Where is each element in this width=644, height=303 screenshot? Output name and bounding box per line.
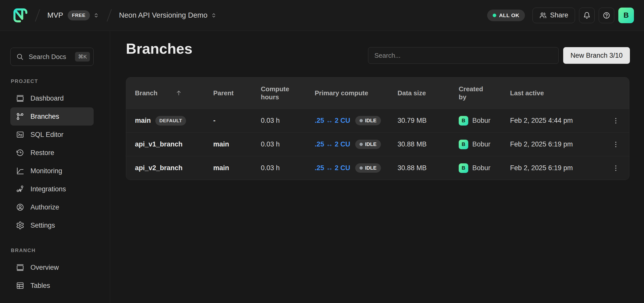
sidebar-item-label: Tables xyxy=(30,282,50,290)
page-title: Branches xyxy=(126,40,192,57)
chevron-up-down-icon xyxy=(210,12,217,19)
main-content: Branches New Branch 3/10 Branch Parent C… xyxy=(110,31,644,303)
compute-hours: 0.03 h xyxy=(261,164,315,172)
top-bar: MVP FREE Neon API Versioning Demo ALL OK xyxy=(0,0,644,31)
creator-avatar: B xyxy=(459,116,468,126)
neon-logo-icon[interactable] xyxy=(13,8,28,23)
table-header-row: Branch Parent Compute hours Primary comp… xyxy=(126,77,629,109)
primary-compute-value[interactable]: .25 ↔ 2 CU xyxy=(315,164,350,172)
creator-avatar: B xyxy=(459,140,468,149)
compute-state-badge: IDLE xyxy=(355,116,381,125)
project-name: MVP xyxy=(47,11,63,19)
creator-name: Bobur xyxy=(472,164,490,172)
data-size: 30.88 MB xyxy=(398,164,459,172)
compute-state-badge: IDLE xyxy=(355,140,381,149)
status-badge[interactable]: ALL OK xyxy=(487,10,525,21)
default-badge: DEFAULT xyxy=(155,116,186,126)
sidebar-item-label: Restore xyxy=(30,149,54,157)
creator-name: Bobur xyxy=(472,117,490,125)
new-branch-button[interactable]: New Branch 3/10 xyxy=(563,47,630,64)
sidebar-item-label: Dashboard xyxy=(30,95,64,102)
idle-dot-icon xyxy=(360,119,363,122)
project-selector[interactable]: MVP FREE xyxy=(47,10,99,20)
branch-cell: main DEFAULT xyxy=(135,116,213,126)
column-header-parent[interactable]: Parent xyxy=(213,89,261,97)
sidebar-item-sql-editor[interactable]: SQL Editor xyxy=(10,126,94,144)
help-icon xyxy=(603,12,610,19)
dashboard-icon xyxy=(16,94,24,103)
parent-branch: main xyxy=(213,164,229,172)
sidebar-item-authorize[interactable]: Authorize xyxy=(10,198,94,216)
breadcrumb-slash xyxy=(35,9,40,22)
avatar-initial: B xyxy=(624,11,629,19)
branch-name: api_v1_branch xyxy=(135,140,183,148)
git-branch-icon xyxy=(16,112,24,121)
sidebar-item-tables[interactable]: Tables xyxy=(10,277,94,295)
primary-compute-value[interactable]: .25 ↔ 2 CU xyxy=(315,140,350,148)
row-menu-button[interactable] xyxy=(610,139,622,150)
branch-search-input[interactable] xyxy=(368,47,559,64)
sidebar-item-monitoring[interactable]: Monitoring xyxy=(10,162,94,180)
branch-name: main xyxy=(135,117,151,125)
column-header-data-size[interactable]: Data size xyxy=(398,89,459,97)
sidebar-section-project: PROJECT xyxy=(11,78,110,84)
sidebar-item-label: Monitoring xyxy=(30,167,62,175)
parent-branch: main xyxy=(213,140,229,148)
workflow-icon xyxy=(16,185,24,193)
share-button-label: Share xyxy=(550,11,568,19)
sidebar-item-label: SQL Editor xyxy=(30,131,63,139)
compute-hours: 0.03 h xyxy=(261,140,315,148)
row-menu-button[interactable] xyxy=(610,162,622,174)
sidebar-item-settings[interactable]: Settings xyxy=(10,216,94,234)
sidebar-item-dashboard[interactable]: Dashboard xyxy=(10,89,94,107)
app-window: MVP FREE Neon API Versioning Demo ALL OK xyxy=(0,0,644,303)
plan-badge: FREE xyxy=(68,10,90,20)
sidebar-item-integrations[interactable]: Integrations xyxy=(10,180,94,198)
sidebar-item-label: Settings xyxy=(30,222,55,229)
compute-hours: 0.03 h xyxy=(261,117,315,125)
column-header-compute-hours[interactable]: Compute hours xyxy=(261,85,315,101)
status-badge-label: ALL OK xyxy=(499,12,519,18)
sidebar-item-label: Branches xyxy=(30,113,59,120)
share-button[interactable]: Share xyxy=(532,8,575,23)
sidebar: Search Docs ⌘K PROJECT Dashboard Branche… xyxy=(0,31,110,303)
parent-branch: - xyxy=(213,117,216,125)
terminal-icon xyxy=(16,130,24,139)
sidebar-item-label: Overview xyxy=(30,264,59,271)
branch-name: api_v2_branch xyxy=(135,164,183,172)
table-icon xyxy=(16,281,24,290)
column-header-branch[interactable]: Branch xyxy=(135,89,213,97)
docs-search-placeholder: Search Docs xyxy=(29,53,75,61)
status-dot-icon xyxy=(493,14,496,17)
idle-dot-icon xyxy=(360,166,363,170)
creator-name: Bobur xyxy=(472,140,490,148)
table-row[interactable]: api_v1_branch main 0.03 h .25 ↔ 2 CU IDL… xyxy=(126,132,629,156)
column-header-last-active[interactable]: Last active xyxy=(510,89,604,97)
sidebar-item-overview[interactable]: Overview xyxy=(10,258,94,277)
overview-icon xyxy=(16,263,24,272)
branches-table: Branch Parent Compute hours Primary comp… xyxy=(126,77,629,180)
chevron-up-down-icon xyxy=(93,12,99,19)
sidebar-item-restore[interactable]: Restore xyxy=(10,144,94,162)
user-circle-icon xyxy=(16,203,24,211)
breadcrumb-slash xyxy=(107,9,112,22)
creator-avatar: B xyxy=(459,163,468,173)
branch-selector[interactable]: Neon API Versioning Demo xyxy=(119,11,217,19)
table-row[interactable]: main DEFAULT - 0.03 h .25 ↔ 2 CU IDLE 30… xyxy=(126,109,629,132)
table-row[interactable]: api_v2_branch main 0.03 h .25 ↔ 2 CU IDL… xyxy=(126,156,629,180)
keyboard-shortcut-badge: ⌘K xyxy=(75,52,90,62)
docs-search-box[interactable]: Search Docs ⌘K xyxy=(10,48,94,66)
primary-compute-value[interactable]: .25 ↔ 2 CU xyxy=(315,117,350,125)
data-size: 30.79 MB xyxy=(398,117,459,125)
search-icon xyxy=(16,53,24,60)
column-header-primary-compute[interactable]: Primary compute xyxy=(315,89,398,97)
history-icon xyxy=(16,148,24,157)
sidebar-item-branches[interactable]: Branches xyxy=(10,107,94,126)
bell-icon xyxy=(583,12,591,19)
user-avatar[interactable]: B xyxy=(618,8,634,23)
notifications-button[interactable] xyxy=(579,8,595,23)
help-button[interactable] xyxy=(599,8,614,23)
row-menu-button[interactable] xyxy=(610,115,622,127)
column-header-created-by[interactable]: Created by xyxy=(459,85,510,101)
sort-ascending-icon[interactable] xyxy=(175,89,182,97)
